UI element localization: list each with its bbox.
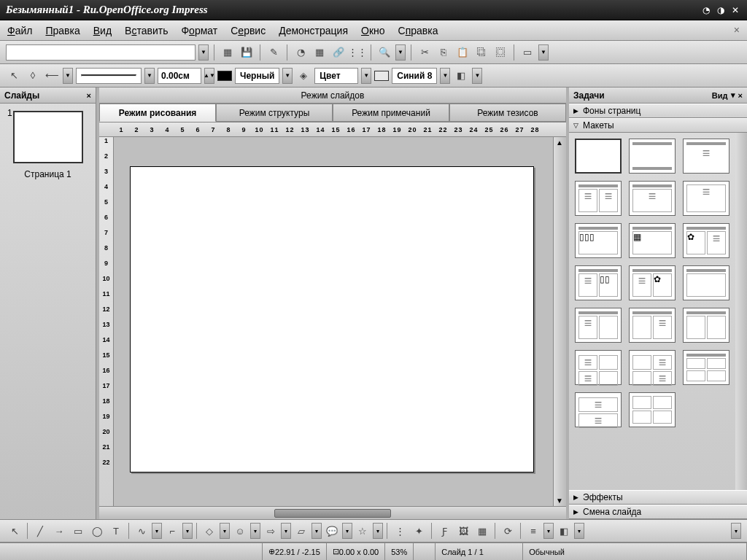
flowchart-dropdown[interactable]: ▾ [311, 523, 322, 539]
layout-title[interactable] [629, 139, 676, 174]
toolbar-more-icon[interactable]: ▼ [538, 44, 549, 61]
slides-panel-close-icon[interactable]: × [87, 91, 91, 100]
section-transition[interactable]: ▶Смена слайда [569, 505, 747, 519]
layout-text-chart[interactable]: ▯▯ [575, 265, 622, 300]
menu-view[interactable]: Вид [93, 25, 112, 36]
arrange-icon[interactable]: ◧ [555, 523, 573, 539]
fill-type-dropdown[interactable]: ▼ [361, 68, 371, 84]
arrow-style-icon[interactable]: ⟵ [44, 68, 60, 84]
close-icon[interactable]: ✕ [729, 4, 741, 16]
callouts-dropdown[interactable]: ▾ [342, 523, 352, 539]
layout-two-content[interactable] [575, 181, 622, 216]
layout-title-bullets[interactable] [683, 139, 729, 174]
hyperlink-icon[interactable]: 🔗 [330, 44, 347, 61]
fill-color-dropdown[interactable]: ▼ [440, 68, 450, 84]
from-file-icon[interactable]: 🖼 [454, 523, 472, 539]
line-tool-icon[interactable]: ╱ [31, 523, 49, 539]
clone-icon[interactable]: ⿻ [473, 44, 489, 61]
callouts-icon[interactable]: 💬 [323, 523, 341, 539]
symbol-shapes-icon[interactable]: ☺ [231, 523, 249, 539]
glue-points-icon[interactable]: ✦ [410, 523, 427, 539]
layout-two-objects[interactable] [683, 308, 729, 343]
format-paintbrush-icon[interactable]: ⿴ [492, 44, 508, 61]
copy-icon[interactable]: ⎘ [436, 44, 452, 61]
maximize-icon[interactable]: ◑ [715, 4, 727, 16]
alignment-icon[interactable]: ≡ [525, 523, 542, 539]
section-effects[interactable]: ▶Эффекты [569, 490, 747, 505]
connector-dropdown[interactable]: ▾ [182, 523, 193, 539]
tab-outline[interactable]: Режим структуры [216, 104, 333, 122]
save-icon[interactable]: 💾 [239, 44, 255, 61]
layout-4content[interactable] [683, 350, 729, 385]
tasks-close-icon[interactable]: × [738, 91, 743, 100]
line-width-input[interactable]: 0.00см [158, 68, 201, 84]
layout-4boxes[interactable] [629, 392, 676, 427]
menu-help[interactable]: Справка [398, 25, 438, 36]
line-color-swatch[interactable] [217, 71, 232, 81]
menu-tools[interactable]: Сервис [231, 25, 266, 36]
rotate-icon[interactable]: ⟳ [499, 523, 516, 539]
block-arrows-dropdown[interactable]: ▾ [281, 523, 291, 539]
menu-insert[interactable]: Вставить [125, 25, 168, 36]
toolbar2-more-icon[interactable]: ▼ [472, 68, 482, 84]
vertical-scrollbar[interactable] [553, 137, 566, 506]
tab-notes[interactable]: Режим примечаний [333, 104, 449, 122]
layout-title-2rows[interactable] [575, 392, 622, 427]
flowchart-icon[interactable]: ▱ [293, 523, 310, 539]
stars-icon[interactable]: ☆ [354, 523, 371, 539]
fill-bucket-icon[interactable]: ◈ [295, 68, 311, 84]
canvas[interactable] [114, 137, 553, 506]
zoom-icon[interactable]: 🔍 [376, 44, 392, 61]
curve-tool-icon[interactable]: ∿ [133, 523, 150, 539]
arrow-select-icon[interactable]: ↖ [6, 68, 22, 84]
paste-icon[interactable]: 📋 [454, 44, 471, 61]
block-arrows-icon[interactable]: ⇨ [262, 523, 279, 539]
horizontal-scrollbar[interactable] [99, 506, 566, 519]
menu-window[interactable]: Окно [361, 25, 385, 36]
tasks-view-label[interactable]: Вид [712, 91, 728, 100]
menu-format[interactable]: Формат [181, 25, 217, 36]
url-dropdown-icon[interactable]: ▼ [198, 44, 209, 61]
layout-text-object[interactable] [575, 308, 622, 343]
fontwork-icon[interactable]: Ƒ [436, 523, 453, 539]
layout-text-clipart[interactable]: ✿ [629, 265, 676, 300]
ellipse-tool-icon[interactable]: ◯ [88, 523, 106, 539]
layout-clipart-text[interactable]: ✿ [683, 223, 729, 258]
tasks-view-dropdown-icon[interactable]: ▾ [731, 90, 735, 100]
presentation-icon[interactable]: ▭ [519, 44, 535, 61]
symbol-shapes-dropdown[interactable]: ▾ [250, 523, 260, 539]
layout-content-only[interactable] [683, 181, 729, 216]
layout-2obj-text[interactable] [629, 350, 676, 385]
stars-dropdown[interactable]: ▾ [373, 523, 383, 539]
ruler-horizontal[interactable]: 1234567891011121314151617181920212223242… [99, 122, 566, 137]
slide-thumbnail[interactable] [13, 111, 83, 163]
shadow-icon[interactable]: ◧ [453, 68, 469, 84]
section-backgrounds[interactable]: ▶Фоны страниц [569, 104, 747, 118]
arrow-tool-icon[interactable]: → [50, 523, 68, 539]
url-combo[interactable] [6, 44, 196, 61]
gallery-icon[interactable]: ▦ [473, 523, 491, 539]
curve-dropdown[interactable]: ▾ [152, 523, 162, 539]
connector-tool-icon[interactable]: ⌐ [163, 523, 181, 539]
alignment-dropdown[interactable]: ▾ [543, 523, 554, 539]
layout-object-text[interactable] [629, 308, 676, 343]
line-style-combo[interactable] [76, 68, 142, 84]
tab-handout[interactable]: Режим тезисов [449, 104, 566, 122]
status-zoom[interactable]: 53% [385, 543, 414, 560]
slide-page[interactable] [130, 166, 534, 472]
minimize-icon[interactable]: ◔ [700, 4, 712, 16]
layout-text-2obj[interactable] [575, 350, 622, 385]
line-color-combo[interactable]: Черный [235, 68, 279, 84]
line-endings-icon[interactable]: ◊ [25, 68, 41, 84]
fill-color-combo[interactable]: Синий 8 [392, 68, 437, 84]
points-edit-icon[interactable]: ⋮ [391, 523, 409, 539]
layout-table[interactable]: ▦ [629, 223, 676, 258]
layout-chart[interactable]: ▯▯▯ [575, 223, 622, 258]
line-color-dropdown[interactable]: ▼ [282, 68, 293, 84]
basic-shapes-icon[interactable]: ◇ [201, 523, 218, 539]
grid-icon[interactable]: ⋮⋮ [349, 44, 365, 61]
layout-blank[interactable] [575, 139, 622, 174]
section-layouts[interactable]: ▽Макеты [569, 118, 747, 133]
edit-icon[interactable]: ✎ [266, 44, 282, 61]
basic-shapes-dropdown[interactable]: ▾ [220, 523, 230, 539]
